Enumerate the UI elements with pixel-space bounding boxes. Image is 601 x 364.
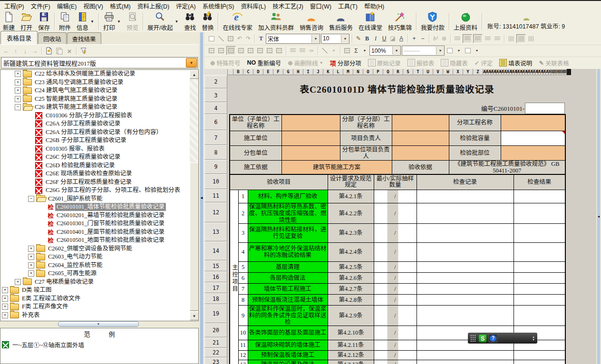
column-header[interactable]: I bbox=[303, 69, 313, 75]
column-header[interactable]: W bbox=[443, 69, 453, 75]
tree-item[interactable]: C010306 分部(子分部)工程报验表 bbox=[0, 112, 198, 120]
tree-right-button[interactable]: → bbox=[30, 47, 39, 55]
expand-icon[interactable]: + bbox=[28, 262, 34, 268]
item-record-cell[interactable] bbox=[417, 223, 514, 242]
item-name-cell[interactable]: 保温隔热材料的导热系数、密度、抗压强度或压缩强度、燃烧性能 bbox=[248, 203, 328, 223]
table-style-icon[interactable] bbox=[265, 47, 274, 55]
item-record-cell[interactable] bbox=[417, 294, 514, 305]
tree-item[interactable]: +补充表 bbox=[0, 311, 198, 320]
toolbar-button-binoculars-bolt[interactable]: 替换 bbox=[199, 11, 216, 32]
item-record-cell[interactable] bbox=[417, 190, 514, 203]
action-关联表格[interactable]: ✎关联表格 bbox=[536, 57, 572, 68]
autosum-button[interactable]: Σ bbox=[352, 48, 360, 54]
column-header[interactable]: R bbox=[393, 69, 403, 75]
filter-icon[interactable] bbox=[79, 47, 88, 55]
item-name-cell[interactable]: 材料、构件等进厂验收 bbox=[248, 190, 328, 203]
item-spec-cell[interactable]: 第4.2.13条 bbox=[328, 360, 374, 364]
column-header[interactable]: G bbox=[283, 69, 293, 75]
tree-item[interactable]: +C2604_监控系统节能 bbox=[0, 261, 198, 270]
toolbar-button-magnifier[interactable]: 展开/收起▼ bbox=[145, 11, 181, 32]
tree-item[interactable]: −C26 建筑节能施工质量验收记录 bbox=[0, 103, 198, 112]
row-header[interactable]: 15 bbox=[204, 260, 227, 271]
tab-回收站[interactable]: 回收站 bbox=[38, 32, 67, 45]
align-right-button[interactable] bbox=[473, 34, 483, 43]
row-header[interactable]: 10 bbox=[204, 174, 227, 189]
item-spec-cell[interactable]: 第4.2.3条 bbox=[328, 223, 374, 242]
item-record-cell[interactable] bbox=[417, 203, 514, 223]
row-header[interactable]: 8 bbox=[204, 145, 227, 160]
column-header[interactable]: E bbox=[263, 69, 273, 75]
row-header[interactable]: 21 bbox=[204, 337, 227, 348]
toolbar-button-person-orange[interactable]: circle cx="11" cy="6.5" r="3.8" fill="#f… bbox=[297, 11, 326, 32]
item-spec-cell[interactable]: 第4.2.4条 bbox=[328, 242, 374, 261]
autosum-table-icon[interactable] bbox=[343, 47, 351, 55]
row-header[interactable]: 7 bbox=[204, 130, 227, 145]
fill-color-button[interactable] bbox=[464, 47, 472, 55]
row-header[interactable]: 12 bbox=[204, 202, 227, 222]
tree-item[interactable]: C26A 分部工程质量验收记录 bbox=[0, 120, 198, 128]
tree-item[interactable]: C26D 检验批质量验收记录 bbox=[0, 162, 198, 170]
item-result-cell[interactable] bbox=[514, 261, 565, 272]
item-name-cell[interactable]: 隔汽层的设置及做法 bbox=[248, 360, 328, 364]
item-spec-cell[interactable]: 第4.2.1条 bbox=[328, 190, 374, 203]
tree-item[interactable]: 检C26010501_地面节能检验批质量验收记录 bbox=[0, 236, 198, 245]
column-header[interactable]: P bbox=[373, 69, 383, 75]
column-header[interactable]: J bbox=[313, 69, 323, 75]
action-填表说明[interactable]: 填表说明 bbox=[496, 57, 535, 68]
expand-icon[interactable]: + bbox=[15, 71, 21, 77]
column-header[interactable]: N bbox=[353, 69, 363, 75]
form-value-cell[interactable] bbox=[392, 131, 449, 145]
decrease-font-button[interactable]: − bbox=[419, 35, 427, 42]
row-header[interactable]: 17 bbox=[204, 282, 227, 293]
tree-item[interactable]: +D类 竣工图 bbox=[0, 286, 198, 295]
toolbar-button-wand[interactable]: 技巧集锦 bbox=[385, 11, 415, 32]
tree-scrollbar[interactable]: ▲ ▼ bbox=[190, 70, 198, 320]
row-header[interactable]: 22 bbox=[204, 348, 227, 357]
item-name-cell[interactable]: 预制保温板浇注混凝土墙体 bbox=[248, 294, 328, 305]
item-sample-cell[interactable]: / bbox=[374, 340, 417, 350]
menu-item[interactable]: 资料库(L) bbox=[237, 0, 269, 11]
toolbar-button-preview[interactable]: 预览 bbox=[124, 11, 141, 32]
ime-expand-icon[interactable]: ▲▼ bbox=[532, 335, 535, 341]
right-splitter[interactable]: ◄ bbox=[596, 69, 601, 364]
item-record-cell[interactable] bbox=[417, 272, 514, 283]
font-size-select[interactable]: 10▼ bbox=[321, 34, 349, 44]
example-item[interactable]: 一~五层①~⑫轴南立面外墙 bbox=[0, 338, 198, 349]
item-record-cell[interactable] bbox=[417, 305, 514, 326]
form-value-cell[interactable] bbox=[281, 115, 340, 131]
item-record-cell[interactable] bbox=[417, 242, 514, 261]
row-header[interactable]: 19 bbox=[204, 304, 227, 323]
item-result-cell[interactable] bbox=[514, 190, 565, 203]
italic-button[interactable]: I bbox=[372, 35, 379, 42]
toolbar-button-print[interactable]: 打印▼ bbox=[100, 11, 124, 32]
scroll-down-icon[interactable]: ▼ bbox=[190, 312, 199, 320]
tree-left-button[interactable]: ← bbox=[2, 47, 10, 55]
collapse-icon[interactable]: − bbox=[28, 196, 34, 202]
form-value-cell[interactable] bbox=[501, 145, 565, 160]
row-header[interactable]: 16 bbox=[204, 271, 227, 282]
row-headers[interactable]: 23467891011121314151617181920212223 bbox=[204, 75, 227, 364]
tree-scrollbar-thumb[interactable] bbox=[190, 163, 199, 311]
align-justify-button[interactable] bbox=[484, 35, 492, 43]
autosum-dropdown-icon[interactable]: ▼ bbox=[361, 49, 368, 52]
increase-font-button[interactable]: + bbox=[410, 35, 418, 42]
menu-item[interactable]: 窗口(W) bbox=[307, 0, 335, 11]
new-form-icon[interactable] bbox=[44, 47, 54, 55]
column-header[interactable]: V bbox=[433, 69, 443, 75]
toolbar-button-sphere[interactable]: 上报资料 bbox=[451, 11, 480, 32]
tree-item[interactable]: −C2601_围护系统节能 bbox=[0, 195, 198, 203]
template-selector[interactable]: 新疆建筑工程资料管理规程2017版 ▼ bbox=[1, 57, 198, 68]
item-result-cell[interactable] bbox=[514, 350, 565, 360]
font-name-select[interactable]: 宋体▼ bbox=[266, 34, 320, 44]
action-隐藏表[interactable]: 隐藏表 bbox=[438, 57, 471, 68]
split-cells-icon[interactable] bbox=[237, 47, 245, 55]
tree-item[interactable]: +C2603_电气动力节能 bbox=[0, 253, 198, 261]
tree-item[interactable]: 检C26010101_墙体节能检验批质量验收记录 bbox=[0, 203, 198, 211]
ime-logo-icon[interactable]: S bbox=[478, 334, 487, 343]
tab-表格目录[interactable]: 表格目录 bbox=[0, 31, 38, 44]
item-name-cell[interactable]: 预制保温板墙体施工 bbox=[248, 350, 328, 360]
column-header[interactable]: B bbox=[233, 69, 243, 75]
item-sample-cell[interactable]: / bbox=[374, 350, 417, 360]
ime-help-icon[interactable]: ? bbox=[489, 334, 497, 343]
form-value-cell[interactable] bbox=[281, 131, 340, 145]
